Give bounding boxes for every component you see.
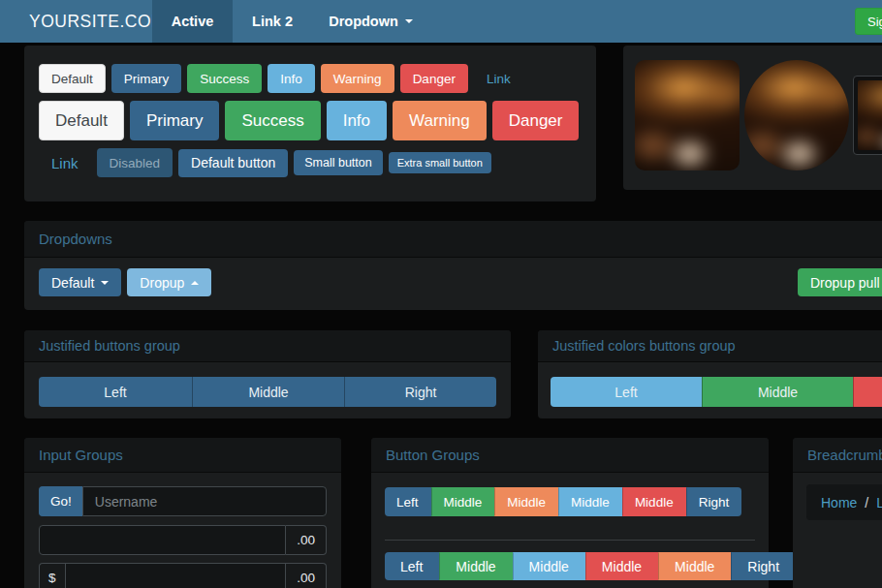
button-group-default: Left Middle Middle Middle Middle Right: [385, 552, 796, 580]
dropup-pull-right-button[interactable]: Dropup pull right: [798, 268, 882, 296]
info-button-large[interactable]: Info: [327, 101, 387, 140]
photo-blurred: [858, 80, 882, 150]
group-middle-button[interactable]: Middle: [513, 552, 585, 580]
link-button[interactable]: Link: [474, 64, 523, 93]
justified-left-button[interactable]: Left: [551, 377, 702, 407]
disabled-button: Disabled: [97, 148, 173, 177]
dropup-button[interactable]: Dropup: [127, 268, 211, 296]
warning-button-large[interactable]: Warning: [393, 101, 487, 140]
button-label: Left: [396, 495, 419, 510]
button-label: Right: [699, 495, 730, 510]
username-input[interactable]: [82, 486, 327, 516]
justified-button-group: Left Middle Right: [39, 377, 496, 407]
input-group-username: Go!: [39, 486, 327, 516]
group-middle-button[interactable]: Middle: [431, 487, 495, 516]
justified-colors-button-group: Left Middle Right: [551, 377, 882, 407]
link-button[interactable]: Link: [39, 149, 91, 177]
photo-blurred: [744, 60, 849, 170]
button-label: Small button: [304, 156, 371, 170]
navbar: YOURSITE.COM Active Link 2 Dropdown Sign…: [0, 0, 882, 43]
primary-button-large[interactable]: Primary: [130, 101, 220, 140]
button-label: Link: [487, 72, 511, 86]
success-button[interactable]: Success: [187, 64, 262, 93]
button-label: Warning: [333, 72, 382, 86]
button-label: Middle: [602, 559, 642, 574]
panel-title: Button Groups: [371, 438, 769, 473]
input-group-currency: $ .00: [39, 563, 327, 588]
button-label: Dropup: [140, 275, 184, 291]
panel-title: Dropdowns: [24, 221, 882, 258]
go-addon-button[interactable]: Go!: [39, 486, 82, 516]
group-middle-button[interactable]: Middle: [658, 552, 731, 580]
button-label: Link: [51, 155, 79, 171]
nav-tab-dropdown[interactable]: Dropdown: [312, 0, 429, 43]
image-rounded: [635, 60, 740, 170]
button-label: Default: [55, 111, 108, 131]
button-label: Warning: [409, 111, 470, 131]
nav-tab-link2[interactable]: Link 2: [233, 0, 312, 43]
justified-right-button[interactable]: Right: [344, 377, 496, 407]
nav-tab-active[interactable]: Active: [152, 0, 233, 43]
button-label: Extra small button: [397, 157, 483, 169]
group-right-button[interactable]: Right: [731, 552, 796, 580]
button-label: Right: [405, 385, 437, 400]
success-button-large[interactable]: Success: [225, 101, 320, 140]
currency-amount-input[interactable]: [65, 563, 287, 588]
danger-button[interactable]: Danger: [400, 64, 468, 93]
navbar-tabs: Active Link 2 Dropdown: [152, 0, 429, 43]
dropdown-buttons-row: Default Dropup: [39, 268, 211, 296]
dropdown-default-button[interactable]: Default: [39, 268, 121, 296]
default-size-button[interactable]: Default button: [178, 149, 288, 177]
breadcrumb-panel: Breadcrumbs Home / Library: [793, 438, 882, 588]
button-label: Default: [51, 275, 94, 291]
group-right-button[interactable]: Right: [686, 487, 742, 516]
default-button-large[interactable]: Default: [39, 101, 124, 140]
decimal-addon: .00: [286, 525, 327, 555]
breadcrumb-item-home[interactable]: Home: [821, 495, 857, 511]
nav-tab-label: Active: [172, 14, 214, 29]
danger-button-large[interactable]: Danger: [492, 101, 580, 140]
breadcrumb-item-library[interactable]: Library: [876, 495, 882, 511]
button-label: Danger: [509, 111, 563, 131]
group-middle-button[interactable]: Middle: [558, 487, 622, 516]
nav-tab-label: Link 2: [252, 14, 293, 29]
panel-title: Justified colors buttons group: [538, 330, 882, 362]
button-label: Info: [343, 111, 370, 131]
input-groups-panel: Input Groups Go! .00 $ .00: [24, 438, 341, 588]
small-button[interactable]: Small button: [294, 150, 382, 175]
info-button[interactable]: Info: [268, 64, 315, 93]
primary-button[interactable]: Primary: [111, 64, 182, 93]
justified-middle-button[interactable]: Middle: [192, 377, 344, 407]
photo-blurred: [635, 60, 740, 170]
page: YOURSITE.COM Active Link 2 Dropdown Sign…: [0, 0, 882, 588]
default-button[interactable]: Default: [39, 64, 106, 93]
group-left-button[interactable]: Left: [385, 552, 439, 580]
button-label: Middle: [248, 385, 288, 400]
button-label: Info: [280, 72, 302, 86]
group-middle-button[interactable]: Middle: [494, 487, 558, 516]
amount-input[interactable]: [39, 525, 286, 555]
caret-down-icon: [405, 19, 413, 23]
breadcrumb: Home / Library: [806, 484, 882, 520]
images-panel: [623, 46, 882, 190]
panel-title: Input Groups: [24, 438, 341, 473]
group-middle-button[interactable]: Middle: [585, 552, 658, 580]
justified-right-button[interactable]: Right: [853, 377, 882, 407]
button-label: Default: [51, 72, 93, 86]
button-label: Success: [200, 72, 249, 86]
button-label: Middle: [507, 495, 546, 510]
group-middle-button[interactable]: Middle: [439, 552, 512, 580]
site-brand[interactable]: YOURSITE.COM: [29, 0, 166, 43]
button-label: Middle: [456, 559, 495, 574]
sign-in-button[interactable]: Sign in: [855, 8, 882, 35]
justified-middle-button[interactable]: Middle: [702, 377, 853, 407]
justified-left-button[interactable]: Left: [39, 377, 192, 407]
warning-button[interactable]: Warning: [321, 64, 394, 93]
dollar-addon: $: [39, 563, 65, 588]
group-middle-button[interactable]: Middle: [622, 487, 686, 516]
group-left-button[interactable]: Left: [385, 487, 431, 516]
decimal-addon: .00: [286, 563, 327, 588]
button-label: Danger: [413, 72, 456, 86]
image-circle: [744, 60, 849, 170]
extra-small-button[interactable]: Extra small button: [389, 152, 491, 173]
